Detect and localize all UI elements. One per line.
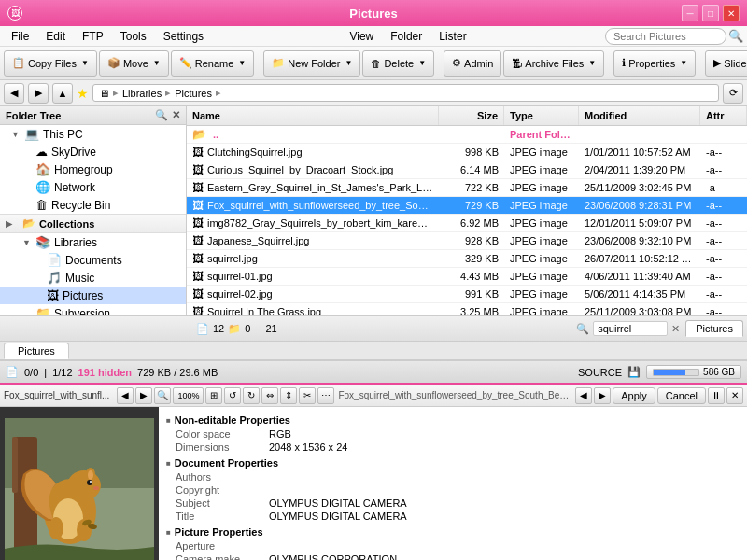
archive-dropdown-arrow[interactable]: ▼ — [588, 59, 596, 67]
tree-item-libraries[interactable]: ▼ 📚 Libraries — [0, 233, 186, 251]
file-row[interactable]: 🖼ClutchingSquirrel.jpg 998 KB JPEG image… — [187, 144, 747, 161]
back-button[interactable]: ◀ — [4, 83, 24, 104]
close-button[interactable]: ✕ — [723, 5, 740, 21]
preview-arrow-left[interactable]: ◀ — [575, 387, 592, 404]
col-header-type[interactable]: Type — [504, 106, 579, 125]
preview-arrow-right[interactable]: ▶ — [594, 387, 611, 404]
menu-settings[interactable]: Settings — [156, 28, 211, 45]
preview-fit-btn[interactable]: ⊞ — [205, 387, 222, 404]
filter-input[interactable] — [593, 321, 668, 336]
tree-item-skydrive[interactable]: ☁ SkyDrive — [0, 143, 186, 161]
admin-button[interactable]: ⚙ Admin — [444, 50, 501, 77]
rename-dropdown-arrow[interactable]: ▼ — [238, 59, 246, 67]
picture-section: Picture Properties — [166, 526, 740, 538]
meta-subject: Subject OLYMPUS DIGITAL CAMERA — [166, 497, 740, 510]
file-row[interactable]: 🖼Curious_Squirrel_by_Dracoart_Stock.jpg … — [187, 161, 747, 179]
pictures-tab[interactable]: Pictures — [685, 320, 743, 337]
menu-tools[interactable]: Tools — [113, 28, 154, 45]
properties-button[interactable]: ℹ Properties ▼ — [613, 50, 696, 77]
col-header-attr[interactable]: Attr — [700, 106, 747, 125]
move-button[interactable]: 📦 Move ▼ — [99, 50, 169, 77]
search-input[interactable] — [605, 28, 726, 45]
file-row[interactable]: 🖼squirrel.jpg 329 KB JPEG image 26/07/20… — [187, 250, 747, 268]
move-dropdown-arrow[interactable]: ▼ — [153, 59, 161, 67]
tree-item-thispc[interactable]: ▼ 💻 This PC — [0, 125, 186, 143]
file-row-parent[interactable]: 📂 .. Parent Folder — [187, 126, 747, 144]
properties-dropdown-arrow[interactable]: ▼ — [680, 59, 687, 67]
tree-item-homegroup[interactable]: 🏠 Homegroup — [0, 161, 186, 178]
new-folder-button[interactable]: 📁 New Folder ▼ — [263, 50, 360, 77]
preview-more[interactable]: ⋯ — [317, 387, 334, 404]
tree-section-collections[interactable]: ▶ 📂 Collections — [0, 214, 186, 233]
refresh-button[interactable]: ⟳ — [723, 83, 743, 104]
archive-button[interactable]: 🗜 Archive Files ▼ — [503, 50, 604, 77]
preview-rotate-left[interactable]: ↺ — [224, 387, 241, 404]
menu-edit[interactable]: Edit — [38, 28, 73, 45]
tree-item-music[interactable]: 🎵 Music — [0, 269, 186, 287]
file-row[interactable]: 🖼Squirrel In The Grass.jpg 3.25 MB JPEG … — [187, 303, 747, 315]
search-icon[interactable]: 🔍 — [728, 29, 743, 43]
delete-dropdown-arrow[interactable]: ▼ — [418, 59, 426, 67]
slideshow-button[interactable]: ▶ Slideshow — [705, 50, 747, 77]
file-size-cell: 6.92 MB — [439, 217, 504, 230]
up-button[interactable]: ▲ — [52, 83, 73, 104]
tree-ctrl-search[interactable]: 🔍 — [155, 109, 168, 121]
preview-nav-back[interactable]: ◀ — [117, 387, 134, 404]
filter-clear-button[interactable]: ✕ — [671, 323, 680, 335]
preview-rotate-right[interactable]: ↻ — [243, 387, 260, 404]
copy-files-button[interactable]: 📋 Copy Files ▼ — [4, 50, 97, 77]
preview-nav-forward[interactable]: ▶ — [135, 387, 152, 404]
file-row[interactable]: 🖼img8782_Gray_Squirrels_by_robert_kim_ka… — [187, 215, 747, 232]
file-row[interactable]: 🖼squirrel-01.jpg 4.43 MB JPEG image 4/06… — [187, 268, 747, 286]
address-path[interactable]: 🖥 ▸ Libraries ▸ Pictures ▸ — [92, 84, 719, 102]
col-header-modified[interactable]: Modified — [579, 106, 700, 125]
menu-ftp[interactable]: FTP — [75, 28, 111, 45]
file-row[interactable]: 🖼squirrel-02.jpg 991 KB JPEG image 5/06/… — [187, 286, 747, 303]
tree-item-network[interactable]: 🌐 Network — [0, 178, 186, 196]
file-name-cell: 🖼Eastern_Grey_Squirrel_in_St_James's_Par… — [187, 180, 439, 195]
menu-view[interactable]: View — [342, 28, 381, 45]
file-type-cell: JPEG image — [504, 163, 579, 176]
path-libraries[interactable]: Libraries — [122, 88, 162, 99]
file-attr-cell: -a-- — [700, 181, 747, 194]
tree-item-pictures[interactable]: 🖼 Pictures — [0, 287, 186, 304]
svg-point-7 — [88, 470, 93, 480]
menu-folder[interactable]: Folder — [383, 28, 430, 45]
tree-item-recyclebin[interactable]: 🗑 Recycle Bin — [0, 196, 186, 214]
preview-flip-h[interactable]: ⇔ — [261, 387, 278, 404]
copy-dropdown-arrow[interactable]: ▼ — [81, 59, 89, 67]
cancel-button[interactable]: Cancel — [657, 387, 706, 404]
path-pictures[interactable]: Pictures — [175, 88, 212, 99]
delete-icon: 🗑 — [371, 58, 381, 69]
file-row[interactable]: 🖼Fox_squirrel_with_sunflowerseed_by_tree… — [187, 197, 747, 215]
menu-file[interactable]: File — [4, 28, 36, 45]
new-folder-dropdown-arrow[interactable]: ▼ — [345, 59, 352, 67]
file-row[interactable]: 🖼Japanese_Squirrel.jpg 928 KB JPEG image… — [187, 232, 747, 250]
pictures-folder-tab[interactable]: Pictures — [4, 343, 69, 359]
file-row[interactable]: 🖼Eastern_Grey_Squirrel_in_St_James's_Par… — [187, 179, 747, 197]
tree-item-subversion[interactable]: 📁 Subversion — [0, 304, 186, 315]
preview-zoom-icons[interactable]: 🔍 — [154, 387, 171, 404]
menu-lister[interactable]: Lister — [431, 28, 473, 45]
minimize-button[interactable]: ─ — [682, 5, 698, 21]
favorite-star[interactable]: ★ — [77, 86, 89, 101]
delete-button[interactable]: 🗑 Delete ▼ — [362, 50, 434, 77]
col-header-size[interactable]: Size — [439, 106, 504, 125]
tree-ctrl-close[interactable]: ✕ — [172, 109, 180, 121]
file-icon: 🖼 — [192, 305, 204, 315]
file-attr-cell: -a-- — [700, 252, 747, 265]
preview-close-panel[interactable]: ✕ — [726, 387, 743, 404]
expand-thispc[interactable]: ▼ — [11, 130, 22, 139]
rename-button[interactable]: ✏️ Rename ▼ — [171, 50, 255, 77]
preview-flip-v[interactable]: ⇕ — [280, 387, 297, 404]
tree-item-documents[interactable]: 📄 Documents — [0, 251, 186, 269]
apply-button[interactable]: Apply — [613, 387, 655, 404]
preview-pause[interactable]: ⏸ — [708, 387, 725, 404]
preview-size-btn[interactable]: 100% — [173, 387, 204, 404]
expand-collections[interactable]: ▶ — [6, 219, 17, 229]
maximize-button[interactable]: □ — [702, 5, 719, 21]
forward-button[interactable]: ▶ — [28, 83, 49, 104]
expand-libraries[interactable]: ▼ — [22, 238, 34, 247]
preview-crop[interactable]: ✂ — [299, 387, 316, 404]
col-header-name[interactable]: Name — [187, 106, 439, 125]
